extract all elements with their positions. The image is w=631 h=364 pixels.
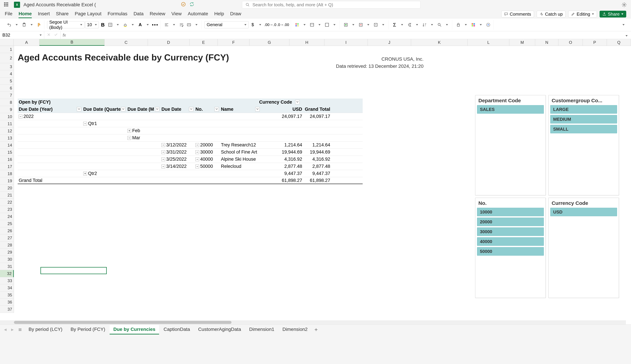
- row-header-27[interactable]: 27: [0, 234, 14, 242]
- add-sheet-button[interactable]: +: [313, 326, 319, 333]
- decrease-decimal-button[interactable]: .00→.0: [264, 21, 276, 28]
- tab-view[interactable]: View: [172, 11, 182, 18]
- autosave-icon[interactable]: [181, 2, 186, 8]
- tab-review[interactable]: Review: [150, 11, 165, 18]
- tab-file[interactable]: File: [5, 11, 13, 18]
- row-header-32[interactable]: 32: [0, 270, 14, 277]
- slicer-dept-item-0[interactable]: SALES: [477, 105, 544, 114]
- col-header-F[interactable]: F: [218, 39, 249, 46]
- currency-dropdown[interactable]: [257, 21, 264, 28]
- font-color-dropdown[interactable]: [144, 21, 151, 28]
- slicer-custgrp-item-1[interactable]: MEDIUM: [550, 115, 617, 124]
- row-header-16[interactable]: 16: [0, 156, 14, 163]
- col-header-C[interactable]: C: [105, 39, 148, 46]
- sheet-tab-by-period-lcy-[interactable]: By period (LCY): [25, 325, 66, 334]
- tab-draw[interactable]: Draw: [230, 11, 241, 18]
- row-header-35[interactable]: 35: [0, 292, 14, 298]
- col-header-O[interactable]: O: [558, 39, 582, 46]
- search-input[interactable]: Search for tools, help, and more (Alt + …: [242, 1, 420, 8]
- sheet-tab-by-period-fcy-[interactable]: By Period (FCY): [67, 325, 109, 334]
- row-header-15[interactable]: 15: [0, 149, 14, 156]
- more-font-button[interactable]: •••: [152, 21, 159, 28]
- font-size-select[interactable]: 10: [85, 21, 99, 28]
- pivot-filter-3[interactable]: [189, 107, 193, 112]
- row-header-37[interactable]: 37: [0, 306, 14, 313]
- format-painter-button[interactable]: [36, 21, 43, 28]
- col-header-I[interactable]: I: [324, 39, 368, 46]
- borders-button[interactable]: [107, 21, 114, 28]
- ic-dropdown[interactable]: [350, 21, 357, 28]
- editing-button[interactable]: Editing: [568, 11, 597, 18]
- sort-filter-button[interactable]: [421, 21, 428, 28]
- currency-filter-button[interactable]: [295, 100, 300, 104]
- merge-button[interactable]: [186, 21, 192, 28]
- ribbon-expand-button[interactable]: [620, 21, 627, 28]
- tab-formulas[interactable]: Formulas: [108, 11, 128, 18]
- cs-dropdown[interactable]: [331, 21, 338, 28]
- tab-automate[interactable]: Automate: [188, 11, 208, 18]
- col-header-K[interactable]: K: [411, 39, 468, 46]
- sync-icon[interactable]: [189, 2, 194, 8]
- pivot-table[interactable]: Open by (FCY) Currency Code Due Date (Ye…: [18, 98, 363, 184]
- col-header-L[interactable]: L: [468, 39, 509, 46]
- sheet-nav-prev[interactable]: ◄: [3, 327, 8, 332]
- tab-help[interactable]: Help: [214, 11, 224, 18]
- all-sheets-button[interactable]: [17, 326, 24, 333]
- undo-dropdown[interactable]: [13, 21, 20, 28]
- delete-cells-button[interactable]: [357, 21, 364, 28]
- row-header-29[interactable]: 29: [0, 249, 14, 256]
- row-header-2[interactable]: 2: [0, 53, 14, 63]
- row-header-30[interactable]: 30: [0, 256, 14, 263]
- format-table-button[interactable]: [309, 21, 315, 28]
- tab-insert[interactable]: Insert: [38, 11, 50, 18]
- col-header-Q[interactable]: Q: [607, 39, 631, 46]
- row-header-9[interactable]: 9: [0, 106, 14, 113]
- slicer-customergroup[interactable]: Customergroup Co... LARGEMEDIUMSMALL: [548, 95, 619, 195]
- slicer-no[interactable]: No. 1000020000300004000050000: [475, 198, 546, 298]
- find-dropdown[interactable]: [444, 21, 450, 28]
- formula-expand-button[interactable]: [625, 32, 631, 38]
- row-header-13[interactable]: 13: [0, 134, 14, 142]
- tab-data[interactable]: Data: [134, 11, 144, 18]
- undo-button[interactable]: [6, 21, 13, 28]
- col-header-D[interactable]: D: [148, 39, 190, 46]
- font-color-button[interactable]: A: [137, 21, 144, 28]
- sens-dropdown[interactable]: [462, 21, 469, 28]
- cancel-formula-icon[interactable]: [47, 32, 51, 38]
- sheet-tab-customeragingdata[interactable]: CustomerAgingData: [194, 325, 245, 334]
- share-button[interactable]: Share: [599, 11, 626, 18]
- row-header-24[interactable]: 24: [0, 213, 14, 220]
- slicer-custgrp-item-0[interactable]: LARGE: [550, 105, 617, 114]
- sheet-tab-dimension2[interactable]: Dimension2: [279, 325, 311, 334]
- wrap-text-button[interactable]: [178, 21, 185, 28]
- number-format-select[interactable]: General: [204, 21, 249, 28]
- sensitivity-button[interactable]: [455, 21, 462, 28]
- currency-button[interactable]: $: [249, 21, 256, 28]
- pivot-filter-1[interactable]: [121, 107, 125, 112]
- tab-page-layout[interactable]: Page Layout: [75, 11, 102, 18]
- row-header-19[interactable]: 19: [0, 177, 14, 184]
- row-header-14[interactable]: 14: [0, 142, 14, 149]
- pivot-filter-0[interactable]: [77, 107, 81, 112]
- col-header-A[interactable]: A: [14, 39, 40, 46]
- fill-color-dropdown[interactable]: [129, 21, 136, 28]
- row-header-36[interactable]: 36: [0, 298, 14, 306]
- clipboard-dropdown[interactable]: [28, 21, 35, 28]
- as-dropdown[interactable]: [399, 21, 405, 28]
- col-header-P[interactable]: P: [583, 39, 607, 46]
- addins-button[interactable]: [470, 21, 477, 28]
- fc-dropdown[interactable]: [380, 21, 387, 28]
- pivot-row[interactable]: −202224,097.1724,097.17: [18, 113, 363, 120]
- clear-dropdown[interactable]: [414, 21, 420, 28]
- row-header-3[interactable]: 3: [0, 63, 14, 70]
- name-box[interactable]: B32: [0, 31, 44, 39]
- row-header-28[interactable]: 28: [0, 242, 14, 249]
- row-header-4[interactable]: 4: [0, 70, 14, 78]
- col-header-J[interactable]: J: [368, 39, 411, 46]
- row-header-17[interactable]: 17: [0, 163, 14, 170]
- horizontal-scrollbar[interactable]: [0, 320, 626, 324]
- row-header-6[interactable]: 6: [0, 84, 14, 92]
- pivot-row[interactable]: Grand Total61,898.2761,898.27: [18, 177, 363, 184]
- row-header-34[interactable]: 34: [0, 284, 14, 292]
- row-header-33[interactable]: 33: [0, 277, 14, 284]
